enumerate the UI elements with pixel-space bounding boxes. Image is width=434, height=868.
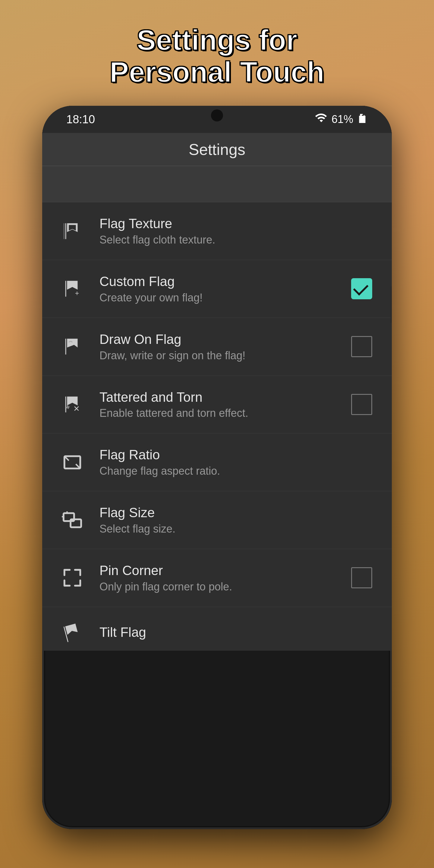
- tattered-icon: ✕: [60, 393, 84, 416]
- draw-flag-control[interactable]: [350, 335, 374, 359]
- custom-flag-control[interactable]: [350, 277, 374, 301]
- wifi-icon: [315, 113, 328, 126]
- flag-size-icon: [60, 508, 84, 532]
- tattered-desc: Enable tattered and torn effect.: [99, 407, 335, 420]
- status-bar: 18:10 61%: [42, 106, 392, 133]
- camera-notch: [211, 110, 223, 121]
- flag-texture-title: Flag Texture: [99, 216, 374, 232]
- pin-corner-control[interactable]: [350, 566, 374, 590]
- settings-item-flag-texture[interactable]: Flag Texture Select flag cloth texture.: [42, 202, 392, 260]
- tilt-flag-icon: [60, 621, 84, 645]
- draw-flag-text: Draw On Flag Draw, write or sign on the …: [99, 332, 335, 362]
- settings-item-pin-corner[interactable]: Pin Corner Only pin flag corner to pole.: [42, 549, 392, 607]
- custom-flag-checkbox-checked[interactable]: [351, 278, 372, 299]
- status-icons: 61%: [315, 113, 368, 126]
- tattered-text: Tattered and Torn Enable tattered and to…: [99, 390, 335, 420]
- tilt-flag-text: Tilt Flag: [99, 624, 374, 641]
- tattered-control[interactable]: [350, 393, 374, 416]
- battery-icon: [357, 114, 368, 125]
- draw-flag-desc: Draw, write or sign on the flag!: [99, 349, 335, 362]
- custom-flag-title: Custom Flag: [99, 274, 335, 290]
- settings-item-draw-on-flag[interactable]: Draw On Flag Draw, write or sign on the …: [42, 318, 392, 376]
- custom-flag-desc: Create your own flag!: [99, 291, 335, 304]
- settings-item-flag-ratio[interactable]: Flag Ratio Change flag aspect ratio.: [42, 433, 392, 491]
- flag-ratio-icon: [60, 450, 84, 474]
- app-title: Settings: [189, 141, 245, 158]
- app-header: Settings: [42, 133, 392, 166]
- tattered-checkbox[interactable]: [351, 394, 372, 415]
- custom-flag-text: Custom Flag Create your own flag!: [99, 274, 335, 304]
- empty-section: [42, 166, 392, 202]
- flag-ratio-desc: Change flag aspect ratio.: [99, 465, 374, 477]
- svg-text:✕: ✕: [73, 404, 80, 413]
- flag-texture-desc: Select flag cloth texture.: [99, 234, 374, 246]
- side-button: [391, 287, 392, 323]
- settings-list: Flag Texture Select flag cloth texture. …: [42, 202, 392, 651]
- flag-texture-text: Flag Texture Select flag cloth texture.: [99, 216, 374, 246]
- pin-corner-desc: Only pin flag corner to pole.: [99, 581, 335, 593]
- status-time: 18:10: [66, 113, 95, 126]
- pin-corner-checkbox[interactable]: [351, 567, 372, 588]
- tilt-flag-title: Tilt Flag: [99, 624, 374, 641]
- settings-item-flag-size[interactable]: Flag Size Select flag size.: [42, 491, 392, 549]
- settings-item-tilt-flag[interactable]: Tilt Flag: [42, 607, 392, 651]
- pin-corner-title: Pin Corner: [99, 563, 335, 579]
- svg-text:+: +: [75, 290, 79, 298]
- flag-size-title: Flag Size: [99, 505, 374, 521]
- phone-frame: 18:10 61% Settings: [42, 106, 392, 829]
- page-title: Settings for Personal Touch: [73, 0, 361, 106]
- flag-ratio-title: Flag Ratio: [99, 447, 374, 463]
- settings-item-tattered[interactable]: ✕ Tattered and Torn Enable tattered and …: [42, 376, 392, 434]
- flag-size-desc: Select flag size.: [99, 523, 374, 535]
- custom-flag-icon: +: [60, 277, 84, 301]
- pin-corner-icon: [60, 566, 84, 590]
- flag-size-text: Flag Size Select flag size.: [99, 505, 374, 535]
- draw-flag-title: Draw On Flag: [99, 332, 335, 347]
- draw-flag-icon: [60, 335, 84, 359]
- tattered-title: Tattered and Torn: [99, 390, 335, 405]
- flag-texture-icon: [60, 219, 84, 243]
- pin-corner-text: Pin Corner Only pin flag corner to pole.: [99, 563, 335, 593]
- draw-flag-checkbox[interactable]: [351, 336, 372, 357]
- flag-ratio-text: Flag Ratio Change flag aspect ratio.: [99, 447, 374, 477]
- battery-text: 61%: [332, 113, 353, 126]
- settings-item-custom-flag[interactable]: + Custom Flag Create your own flag!: [42, 260, 392, 318]
